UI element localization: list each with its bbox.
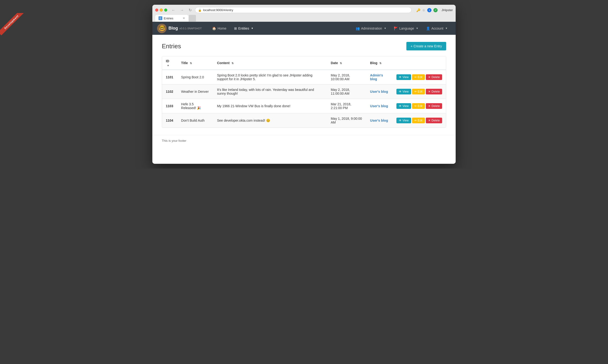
forward-button[interactable]: → bbox=[179, 8, 185, 13]
cell-content: Spring Boot 2.0 looks pretty slick! I'm … bbox=[213, 70, 327, 84]
table-header-row: ID ▲ Title ⇅ Content ⇅ Date ⇅ Blog ⇅ bbox=[162, 56, 446, 70]
cell-title: Weather in Denver bbox=[177, 84, 213, 99]
col-header-blog[interactable]: Blog ⇅ bbox=[366, 56, 393, 70]
pencil-icon: ✏ bbox=[415, 90, 417, 93]
account-icon: 👤 bbox=[426, 26, 430, 30]
col-header-title[interactable]: Title ⇅ bbox=[177, 56, 213, 70]
blog-link[interactable]: User's blog bbox=[370, 90, 388, 93]
cell-id: 1101 bbox=[162, 70, 177, 84]
footer-text: This is your footer bbox=[162, 139, 186, 143]
cell-blog: User's blog bbox=[366, 113, 393, 128]
blog-link[interactable]: User's blog bbox=[370, 104, 388, 108]
brand-name: Blog bbox=[168, 26, 178, 31]
browser-user: JHipster bbox=[442, 8, 453, 12]
cell-date: May 2, 2018, 11:00:00 AM bbox=[327, 84, 366, 99]
navbar-brand[interactable]: 🤓 Blog v0.0.1-SNAPSHOT bbox=[157, 24, 202, 33]
table-row: 1104 Don't Build Auth See developer.okta… bbox=[162, 113, 446, 128]
table-header: ID ▲ Title ⇅ Content ⇅ Date ⇅ Blog ⇅ bbox=[162, 56, 446, 70]
blog-link[interactable]: Admin's blog bbox=[370, 73, 383, 81]
nav-link-home[interactable]: 🏠 Home bbox=[209, 25, 230, 32]
cell-id: 1103 bbox=[162, 99, 177, 113]
eye-icon: 👁 bbox=[399, 76, 402, 79]
edit-button[interactable]: ✏ Edit bbox=[412, 118, 425, 123]
delete-button[interactable]: ✕ Delete bbox=[426, 103, 442, 109]
edit-button[interactable]: ✏ Edit bbox=[412, 89, 425, 94]
cell-actions: 👁 View ✏ Edit ✕ Delete bbox=[393, 84, 446, 99]
pencil-icon: ✏ bbox=[415, 119, 417, 122]
nav-link-administration[interactable]: 👥 Administration ▼ bbox=[352, 25, 390, 32]
key-icon: 🔑 bbox=[416, 8, 420, 12]
address-bar[interactable]: 🔒 localhost:9000/#/entry bbox=[195, 7, 412, 13]
eye-icon: 👁 bbox=[399, 119, 402, 122]
sort-icon-content: ⇅ bbox=[232, 62, 234, 65]
account-caret: ▼ bbox=[445, 27, 448, 30]
language-caret: ▼ bbox=[416, 27, 418, 30]
delete-button[interactable]: ✕ Delete bbox=[426, 89, 442, 94]
cell-content: See developer.okta.com instead! 😊 bbox=[213, 113, 327, 128]
browser-nav: ← → ↻ 🔒 localhost:9000/#/entry 🔑 ☆ i ✓ J… bbox=[170, 7, 453, 13]
cell-date: May 2, 2018, 10:00:00 AM bbox=[327, 70, 366, 84]
view-button[interactable]: 👁 View bbox=[396, 74, 411, 80]
entities-caret: ▼ bbox=[251, 27, 253, 30]
times-icon: ✕ bbox=[428, 104, 430, 108]
back-button[interactable]: ← bbox=[170, 8, 177, 13]
nav-link-entities[interactable]: ⊞ Entities ▼ bbox=[231, 25, 257, 32]
tab-favicon: E bbox=[159, 16, 162, 20]
cell-id: 1102 bbox=[162, 84, 177, 99]
view-button[interactable]: 👁 View bbox=[396, 89, 411, 94]
page-title: Entries bbox=[162, 43, 181, 50]
view-button[interactable]: 👁 View bbox=[396, 103, 411, 109]
entries-table: ID ▲ Title ⇅ Content ⇅ Date ⇅ Blog ⇅ 110… bbox=[162, 56, 446, 128]
active-tab[interactable]: E Entries ✕ bbox=[155, 15, 188, 22]
account-label: Account bbox=[431, 26, 443, 30]
sort-icon-blog: ⇅ bbox=[379, 62, 382, 65]
reload-button[interactable]: ↻ bbox=[187, 7, 193, 13]
cell-blog: User's blog bbox=[366, 99, 393, 113]
brand-version: v0.0.1-SNAPSHOT bbox=[179, 27, 202, 30]
cell-title: Don't Build Auth bbox=[177, 113, 213, 128]
table-row: 1102 Weather in Denver It's like Ireland… bbox=[162, 84, 446, 99]
pencil-icon: ✏ bbox=[415, 76, 417, 79]
cell-actions: 👁 View ✏ Edit ✕ Delete bbox=[393, 113, 446, 128]
minimize-button[interactable] bbox=[160, 9, 163, 12]
app-footer: This is your footer bbox=[152, 135, 456, 146]
entries-table-container: ID ▲ Title ⇅ Content ⇅ Date ⇅ Blog ⇅ 110… bbox=[162, 56, 446, 128]
administration-label: Administration bbox=[361, 26, 382, 30]
nav-link-account[interactable]: 👤 Account ▼ bbox=[423, 25, 451, 32]
navbar: 🤓 Blog v0.0.1-SNAPSHOT 🏠 Home ⊞ Entities bbox=[152, 22, 456, 35]
cell-date: May 1, 2018, 9:00:00 AM bbox=[327, 113, 366, 128]
nav-item-home: 🏠 Home bbox=[209, 25, 230, 32]
cell-content: It's like Ireland today, with lots of ra… bbox=[213, 84, 327, 99]
action-buttons: 👁 View ✏ Edit ✕ Delete bbox=[396, 118, 442, 123]
star-icon: ☆ bbox=[422, 8, 425, 12]
home-icon: 🏠 bbox=[212, 26, 216, 30]
browser-controls: ← → ↻ 🔒 localhost:9000/#/entry 🔑 ☆ i ✓ J… bbox=[155, 7, 453, 13]
navbar-nav: 🏠 Home ⊞ Entities ▼ bbox=[209, 25, 352, 32]
tab-close-button[interactable]: ✕ bbox=[183, 17, 185, 20]
col-header-actions bbox=[393, 56, 446, 70]
col-header-content[interactable]: Content ⇅ bbox=[213, 56, 327, 70]
edit-button[interactable]: ✏ Edit bbox=[412, 74, 425, 80]
home-label: Home bbox=[218, 26, 226, 30]
browser-window: ← → ↻ 🔒 localhost:9000/#/entry 🔑 ☆ i ✓ J… bbox=[152, 5, 456, 164]
blog-link[interactable]: User's blog bbox=[370, 118, 388, 122]
delete-button[interactable]: ✕ Delete bbox=[426, 118, 442, 123]
create-entry-button[interactable]: + Create a new Entry bbox=[406, 42, 446, 51]
action-buttons: 👁 View ✏ Edit ✕ Delete bbox=[396, 74, 442, 80]
nav-link-language[interactable]: 🚩 Language ▼ bbox=[390, 25, 422, 32]
maximize-button[interactable] bbox=[164, 9, 167, 12]
admin-icon: 👥 bbox=[356, 26, 360, 30]
cell-title: Hefe 3.5 Released! 🎉 bbox=[177, 99, 213, 113]
language-icon: 🚩 bbox=[394, 26, 398, 30]
col-header-date[interactable]: Date ⇅ bbox=[327, 56, 366, 70]
navbar-right: 👥 Administration ▼ 🚩 Language ▼ 👤 Accoun… bbox=[352, 25, 451, 32]
nav-item-entities: ⊞ Entities ▼ bbox=[231, 25, 257, 32]
cell-date: Mar 21, 2018, 2:21:00 PM bbox=[327, 99, 366, 113]
times-icon: ✕ bbox=[428, 76, 430, 79]
edit-button[interactable]: ✏ Edit bbox=[412, 103, 425, 109]
view-button[interactable]: 👁 View bbox=[396, 118, 411, 123]
shield-icon: ✓ bbox=[433, 8, 438, 12]
col-header-id[interactable]: ID ▲ bbox=[162, 56, 177, 70]
delete-button[interactable]: ✕ Delete bbox=[426, 74, 442, 80]
close-button[interactable] bbox=[155, 9, 158, 12]
